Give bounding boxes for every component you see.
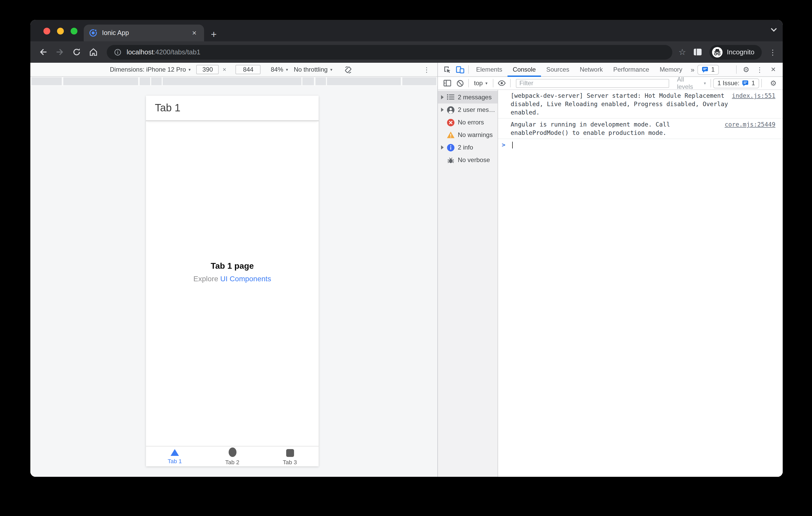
- more-tabs-icon[interactable]: »: [688, 66, 697, 73]
- minimize-window-button[interactable]: [57, 28, 64, 34]
- main-area: Dimensions: iPhone 12 Pro ▾ × 84% ▾ No t…: [30, 63, 783, 477]
- devtools-tab-bar: Elements Console Sources Network Perform…: [438, 63, 783, 77]
- divider: [761, 79, 762, 87]
- sidebar-item-label: 2 user mes…: [458, 106, 495, 114]
- device-viewport: Tab 1 Tab 1 page Explore UI Components T…: [146, 96, 319, 466]
- tab-elements[interactable]: Elements: [471, 62, 508, 77]
- device-select[interactable]: Dimensions: iPhone 12 Pro ▾: [110, 66, 191, 73]
- device-select-label: Dimensions: iPhone 12 Pro: [110, 66, 186, 73]
- divider: [711, 79, 711, 87]
- sidebar-item-label: 2 messages: [458, 94, 492, 101]
- console-issues-count: 1: [752, 80, 755, 87]
- ionic-favicon-icon: [89, 29, 97, 37]
- divider: [468, 65, 469, 74]
- devtools-menu-kebab-icon[interactable]: ⋮: [753, 64, 766, 75]
- warning-icon: [447, 131, 455, 139]
- sidebar-item-all-messages[interactable]: 2 messages: [438, 91, 498, 103]
- device-emulation-pane: Dimensions: iPhone 12 Pro ▾ × 84% ▾ No t…: [30, 63, 437, 477]
- context-value: top: [474, 80, 483, 87]
- tab-console[interactable]: Console: [508, 62, 541, 77]
- live-expression-eye-icon[interactable]: [495, 78, 508, 88]
- device-toolbar-kebab-icon[interactable]: ⋮: [423, 66, 430, 73]
- expand-triangle-icon[interactable]: [440, 108, 445, 112]
- app-tab-3[interactable]: Tab 3: [261, 447, 319, 466]
- ui-components-link[interactable]: UI Components: [220, 274, 271, 283]
- site-info-icon[interactable]: [114, 48, 121, 56]
- sidebar-item-verbose[interactable]: No verbose: [438, 154, 498, 166]
- app-tab-1[interactable]: Tab 1: [146, 447, 204, 466]
- console-messages[interactable]: [webpack-dev-server] Server started: Hot…: [498, 90, 783, 477]
- sidebar-item-errors[interactable]: No errors: [438, 116, 498, 129]
- square-icon: [286, 449, 294, 457]
- toggle-console-sidebar-icon[interactable]: [441, 78, 454, 88]
- toolbar-right-icons: ☆ Incognito ⋮: [678, 45, 776, 59]
- back-button[interactable]: [36, 45, 50, 59]
- reload-button[interactable]: [69, 45, 83, 59]
- zoom-value: 84%: [271, 66, 283, 73]
- sidebar-item-warnings[interactable]: No warnings: [438, 129, 498, 141]
- user-icon: [447, 106, 455, 114]
- divider: [468, 79, 469, 87]
- home-button[interactable]: [86, 45, 100, 59]
- forward-button[interactable]: [53, 45, 66, 59]
- issue-bubble-icon: [742, 80, 749, 87]
- tab-performance[interactable]: Performance: [608, 62, 654, 77]
- zoom-window-button[interactable]: [70, 28, 78, 34]
- chevron-down-icon: ▾: [330, 67, 332, 72]
- app-content: Tab 1 page Explore UI Components: [146, 110, 319, 434]
- tab-search-chevron-icon[interactable]: [772, 28, 776, 33]
- new-tab-button[interactable]: +: [211, 29, 216, 39]
- devtools-controls: ⚙ ⋮ ✕: [734, 64, 780, 75]
- chevron-down-icon: ▾: [188, 67, 191, 72]
- viewport-height-input[interactable]: [236, 65, 261, 74]
- incognito-label: Incognito: [727, 48, 754, 56]
- screen: Ionic App ✕ + localh: [0, 0, 812, 516]
- clear-console-icon[interactable]: [454, 78, 466, 88]
- explore-text: Explore: [193, 274, 220, 283]
- incognito-icon: [712, 47, 723, 57]
- browser-menu-kebab-icon[interactable]: ⋮: [769, 48, 776, 56]
- triangle-icon: [171, 449, 179, 456]
- address-bar[interactable]: localhost:4200/tabs/tab1: [107, 45, 672, 59]
- sidebar-item-user-messages[interactable]: 2 user mes…: [438, 103, 498, 116]
- error-icon: [447, 118, 455, 126]
- tab-network[interactable]: Network: [575, 62, 608, 77]
- console-filter-input[interactable]: [516, 79, 669, 88]
- console-source-link[interactable]: core.mjs:25449: [725, 120, 775, 129]
- console-settings-gear-icon[interactable]: ⚙: [767, 78, 780, 88]
- console-body: 2 messages 2 user mes…: [438, 90, 783, 477]
- issues-counter-button[interactable]: 1: [698, 65, 719, 74]
- bookmark-star-icon[interactable]: ☆: [678, 48, 686, 56]
- javascript-context-select[interactable]: top ▾: [471, 80, 491, 87]
- tab-sources[interactable]: Sources: [541, 62, 575, 77]
- throttling-select[interactable]: No throttling ▾: [294, 66, 332, 73]
- divider: [736, 65, 737, 74]
- console-prompt[interactable]: >: [498, 139, 783, 149]
- toggle-device-toolbar-icon[interactable]: [454, 64, 466, 75]
- close-tab-icon[interactable]: ✕: [190, 29, 199, 37]
- viewport-width-input[interactable]: [197, 65, 219, 74]
- tab-memory[interactable]: Memory: [655, 62, 688, 77]
- inspect-element-icon[interactable]: [441, 64, 454, 75]
- side-panel-icon[interactable]: [693, 48, 702, 56]
- log-levels-select[interactable]: All levels ▾: [674, 76, 709, 90]
- emulation-canvas: Tab 1 Tab 1 page Explore UI Components T…: [30, 86, 437, 477]
- media-query-bar[interactable]: [30, 77, 437, 86]
- rotate-viewport-icon[interactable]: [344, 65, 353, 74]
- chevron-down-icon: ▾: [485, 81, 487, 86]
- expand-triangle-icon[interactable]: [440, 95, 445, 99]
- console-message-text: Angular is running in development mode. …: [511, 120, 725, 137]
- sidebar-item-info[interactable]: 2 info: [438, 141, 498, 154]
- console-issues-button[interactable]: 1 Issue: 1: [714, 78, 759, 88]
- expand-triangle-icon[interactable]: [440, 145, 445, 150]
- browser-tab-ionic-app[interactable]: Ionic App ✕: [84, 25, 204, 41]
- close-devtools-icon[interactable]: ✕: [767, 64, 780, 75]
- size-separator: ×: [223, 66, 226, 73]
- browser-toolbar: localhost:4200/tabs/tab1 ☆ Inc: [30, 41, 783, 63]
- settings-gear-icon[interactable]: ⚙: [740, 64, 752, 75]
- close-window-button[interactable]: [44, 28, 50, 34]
- console-source-link[interactable]: index.js:551: [732, 91, 775, 100]
- app-tab-2[interactable]: Tab 2: [204, 447, 261, 466]
- zoom-select[interactable]: 84% ▾: [271, 66, 288, 73]
- divider: [510, 79, 511, 87]
